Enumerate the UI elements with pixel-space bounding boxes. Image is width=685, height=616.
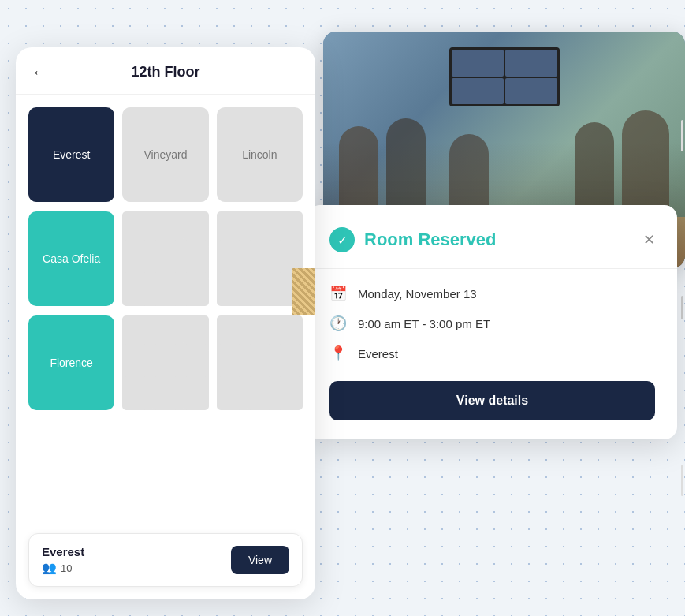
room-row-2: Casa Ofelia <box>28 211 303 306</box>
placeholder-2-3 <box>217 211 303 306</box>
card-divider <box>307 268 677 269</box>
back-button[interactable]: ← <box>32 63 47 81</box>
clock-icon: 🕐 <box>329 315 347 332</box>
screen-cell-3 <box>452 78 504 105</box>
room-card-lincoln[interactable]: Lincoln <box>217 107 303 202</box>
room-card-casa-ofelia[interactable]: Casa Ofelia <box>28 211 114 306</box>
rooms-grid: Everest Vineyard Lincoln Casa Ofelia <box>16 95 315 410</box>
bottom-card-info: Everest 👥 10 <box>42 545 223 575</box>
reservation-title: Room Reserved <box>364 230 634 250</box>
room-row-1: Everest Vineyard Lincoln <box>28 107 303 202</box>
bottom-card-capacity: 👥 10 <box>42 561 223 575</box>
location-text: Everest <box>358 347 398 360</box>
detail-row-location: 📍 Everest <box>329 345 655 362</box>
capacity-icon: 👥 <box>42 561 57 575</box>
floor-title: 12th Floor <box>60 64 271 80</box>
detail-row-date: 📅 Monday, November 13 <box>329 285 655 302</box>
screen-cell-2 <box>505 50 557 77</box>
scroll-track-2 <box>681 465 683 496</box>
scroll-track <box>681 120 683 151</box>
placeholder-3-2 <box>122 315 208 410</box>
placeholder-2-2 <box>122 211 208 306</box>
location-icon: 📍 <box>329 345 347 362</box>
screen-cell-1 <box>452 50 504 77</box>
detail-row-time: 🕐 9:00 am ET - 3:00 pm ET <box>329 315 655 332</box>
stripe-connector <box>292 268 315 315</box>
room-card-everest[interactable]: Everest <box>28 107 114 202</box>
time-text: 9:00 am ET - 3:00 pm ET <box>358 317 490 330</box>
room-row-3: Florence <box>28 315 303 410</box>
room-card-florence[interactable]: Florence <box>28 315 114 410</box>
date-text: Monday, November 13 <box>358 287 477 301</box>
room-card-vineyard[interactable]: Vineyard <box>122 107 208 202</box>
person-4 <box>622 110 669 221</box>
scene: ← 12th Floor Everest Vineyard Lincoln Ca… <box>0 0 685 616</box>
wall-screen <box>449 47 560 106</box>
view-details-button[interactable]: View details <box>329 381 655 420</box>
view-room-button[interactable]: View <box>231 546 289 574</box>
scroll-thumb <box>681 296 683 319</box>
bottom-room-name: Everest <box>42 545 223 558</box>
reservation-details: 📅 Monday, November 13 🕐 9:00 am ET - 3:0… <box>329 285 655 362</box>
reservation-card: ✓ Room Reserved ✕ 📅 Monday, November 13 … <box>307 205 677 439</box>
close-button[interactable]: ✕ <box>643 233 655 247</box>
check-icon: ✓ <box>329 227 355 252</box>
mobile-header: ← 12th Floor <box>16 47 315 95</box>
reservation-header: ✓ Room Reserved ✕ <box>329 227 655 252</box>
right-panel: ✓ Room Reserved ✕ 📅 Monday, November 13 … <box>300 32 685 584</box>
screen-cell-4 <box>505 78 557 105</box>
bottom-summary-card: Everest 👥 10 View <box>28 533 303 587</box>
mobile-panel: ← 12th Floor Everest Vineyard Lincoln Ca… <box>16 47 315 599</box>
capacity-count: 10 <box>61 562 72 574</box>
scroll-indicator <box>679 32 685 584</box>
placeholder-3-3 <box>217 315 303 410</box>
calendar-icon: 📅 <box>329 285 347 302</box>
